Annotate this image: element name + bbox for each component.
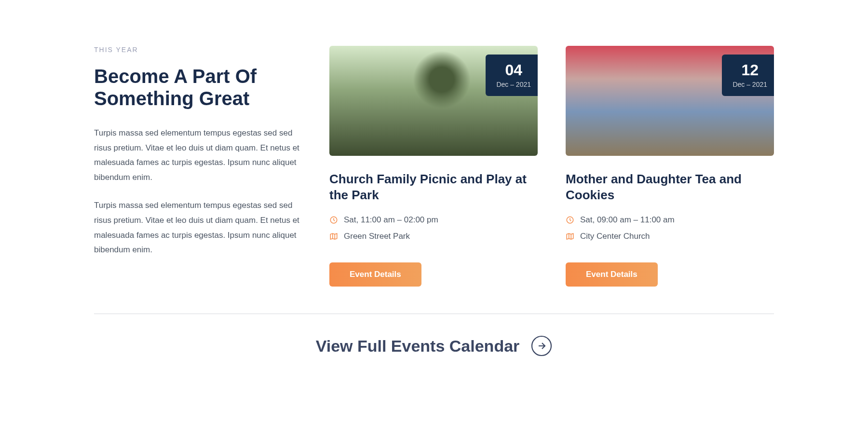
date-sub: Dec – 2021 [732, 81, 767, 88]
event-details-button-1[interactable]: Event Details [329, 262, 421, 287]
event-time-text: Sat, 09:00 am – 11:00 am [580, 215, 675, 225]
intro-paragraph-1: Turpis massa sed elementum tempus egesta… [94, 126, 301, 185]
event-location-2: City Center Church [566, 232, 774, 241]
clock-icon [566, 216, 574, 224]
map-icon [329, 232, 338, 241]
map-icon [566, 232, 574, 241]
view-full-text: View Full Events Calendar [316, 337, 520, 356]
section-eyebrow: THIS YEAR [94, 46, 301, 54]
date-day: 04 [496, 62, 531, 78]
section-title: Become A Part Of Something Great [94, 65, 301, 110]
event-title-1[interactable]: Church Family Picnic and Play at the Par… [329, 171, 538, 203]
date-day: 12 [732, 62, 767, 78]
event-location-text: City Center Church [580, 232, 650, 241]
event-image-1: 04 Dec – 2021 [329, 46, 538, 156]
date-sub: Dec – 2021 [496, 81, 531, 88]
intro-paragraph-2: Turpis massa sed elementum tempus egesta… [94, 198, 301, 257]
intro-column: THIS YEAR Become A Part Of Something Gre… [94, 46, 301, 287]
event-card-2: 12 Dec – 2021 Mother and Daughter Tea an… [566, 46, 774, 287]
clock-icon [329, 216, 338, 224]
arrow-right-circle-icon [531, 335, 552, 357]
event-location-1: Green Street Park [329, 232, 538, 241]
event-image-2: 12 Dec – 2021 [566, 46, 774, 156]
event-card-1: 04 Dec – 2021 Church Family Picnic and P… [329, 46, 538, 287]
date-badge-2: 12 Dec – 2021 [722, 55, 774, 96]
event-location-text: Green Street Park [344, 232, 410, 241]
event-title-2[interactable]: Mother and Daughter Tea and Cookies [566, 171, 774, 203]
event-time-text: Sat, 11:00 am – 02:00 pm [344, 215, 438, 225]
event-time-2: Sat, 09:00 am – 11:00 am [566, 215, 774, 225]
event-details-button-2[interactable]: Event Details [566, 262, 658, 287]
date-badge-1: 04 Dec – 2021 [486, 55, 538, 96]
view-full-calendar-link[interactable]: View Full Events Calendar [94, 335, 774, 357]
divider [94, 314, 774, 314]
event-time-1: Sat, 11:00 am – 02:00 pm [329, 215, 538, 225]
